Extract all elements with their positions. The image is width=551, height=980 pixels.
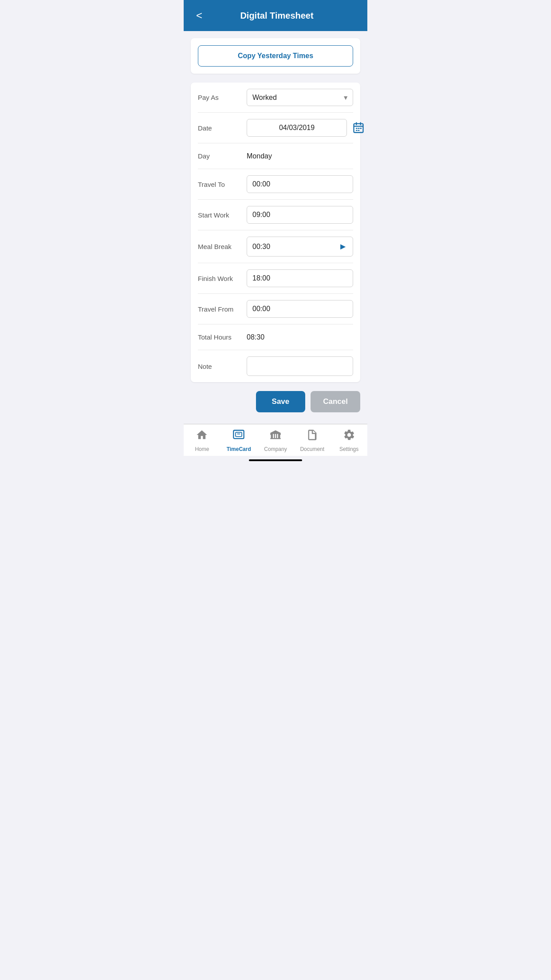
total-hours-label: Total Hours [198, 333, 247, 341]
tab-settings-label: Settings [339, 446, 358, 452]
finish-work-input[interactable] [247, 269, 353, 287]
meal-break-label: Meal Break [198, 243, 247, 250]
date-input[interactable] [247, 119, 347, 137]
meal-break-arrow-icon: ► [338, 241, 347, 252]
tab-home[interactable]: Home [184, 424, 220, 456]
save-button[interactable]: Save [256, 391, 306, 412]
meal-break-button[interactable]: 00:30 ► [247, 237, 353, 257]
note-label: Note [198, 363, 247, 370]
svg-rect-7 [356, 130, 358, 131]
travel-to-input[interactable] [247, 175, 353, 193]
tab-company[interactable]: Company [257, 424, 294, 456]
meal-break-value: 00:30 [252, 243, 270, 251]
svg-rect-6 [360, 128, 362, 129]
cancel-button[interactable]: Cancel [311, 391, 360, 412]
tab-document-label: Document [300, 446, 324, 452]
day-row: Day Monday [198, 143, 353, 169]
date-label: Date [198, 124, 247, 132]
tab-company-label: Company [264, 446, 287, 452]
note-row: Note [198, 350, 353, 382]
day-label: Day [198, 152, 247, 160]
travel-to-label: Travel To [198, 181, 247, 188]
start-work-label: Start Work [198, 211, 247, 219]
tab-home-label: Home [195, 446, 209, 452]
actions-row: Save Cancel [191, 382, 360, 417]
total-hours-row: Total Hours 08:30 [198, 324, 353, 350]
pay-as-row: Pay As Worked Sick Holiday Annual Leave … [198, 83, 353, 113]
start-work-input[interactable] [247, 206, 353, 224]
travel-to-row: Travel To [198, 169, 353, 200]
copy-yesterday-button[interactable]: Copy Yesterday Times [198, 45, 353, 67]
travel-from-input[interactable] [247, 300, 353, 318]
start-work-row: Start Work [198, 200, 353, 230]
total-hours-value: 08:30 [247, 333, 353, 341]
timecard-icon [232, 429, 245, 444]
tab-bar: Home TimeCard Company D [184, 424, 367, 456]
home-indicator-container [184, 456, 367, 466]
document-icon [306, 429, 319, 444]
meal-break-row: Meal Break 00:30 ► [198, 230, 353, 263]
form-section: Pay As Worked Sick Holiday Annual Leave … [191, 83, 360, 382]
finish-work-row: Finish Work [198, 263, 353, 294]
copy-button-container: Copy Yesterday Times [191, 38, 360, 74]
header: < Digital Timesheet [184, 0, 367, 31]
date-row: Date [198, 113, 353, 143]
home-icon [196, 429, 208, 444]
date-input-group [247, 119, 366, 137]
pay-as-select[interactable]: Worked Sick Holiday Annual Leave [247, 89, 353, 106]
note-input[interactable] [247, 356, 353, 376]
day-value: Monday [247, 152, 353, 160]
tab-settings[interactable]: Settings [331, 424, 367, 456]
svg-rect-4 [356, 128, 358, 129]
settings-icon [343, 429, 355, 444]
home-indicator [249, 459, 302, 461]
back-button[interactable]: < [193, 8, 206, 24]
pay-as-label: Pay As [198, 94, 247, 101]
travel-from-label: Travel From [198, 305, 247, 313]
tab-timecard[interactable]: TimeCard [220, 424, 257, 456]
travel-from-row: Travel From [198, 294, 353, 324]
svg-rect-8 [358, 130, 360, 131]
tab-document[interactable]: Document [294, 424, 331, 456]
finish-work-label: Finish Work [198, 275, 247, 282]
svg-rect-9 [234, 431, 244, 439]
page-title: Digital Timesheet [213, 11, 341, 21]
tab-timecard-label: TimeCard [227, 446, 251, 452]
main-content: Copy Yesterday Times Pay As Worked Sick … [184, 31, 367, 424]
calendar-icon[interactable] [350, 120, 366, 136]
company-icon [269, 429, 282, 444]
svg-rect-5 [358, 128, 360, 129]
pay-as-select-wrapper: Worked Sick Holiday Annual Leave ▼ [247, 89, 353, 106]
